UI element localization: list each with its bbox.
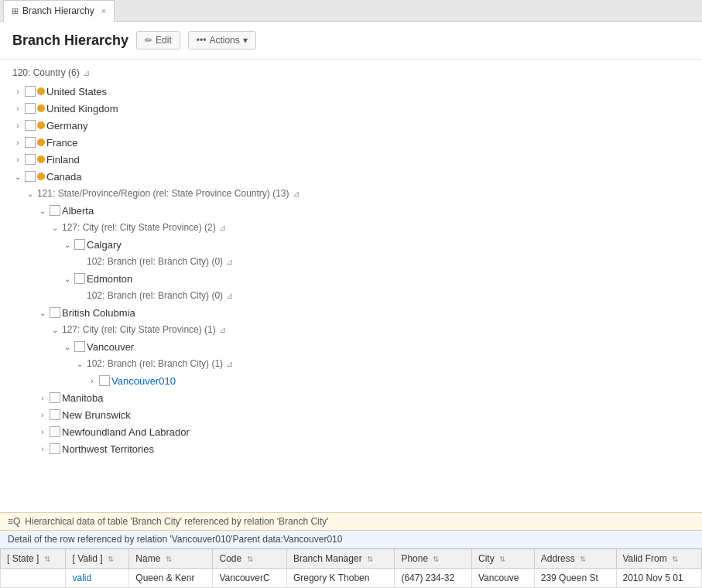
branch-calgary-header: 102: Branch (rel: Branch City) (0) ⊿	[87, 256, 233, 267]
sort-code-icon: ⇅	[247, 555, 253, 563]
country-fr[interactable]: France	[46, 137, 77, 149]
province-nl[interactable]: Newfoundland And Labrador	[62, 426, 190, 438]
expander-nt[interactable]: ›	[37, 443, 48, 454]
expander-uk[interactable]: ›	[12, 103, 23, 114]
col-name[interactable]: Name ⇅	[129, 549, 213, 569]
branch-calgary-filter-icon[interactable]: ⊿	[226, 257, 233, 267]
checkbox-van010[interactable]	[99, 375, 110, 386]
data-table: [ State ] ⇅ [ Valid ] ⇅ Name ⇅ Code ⇅ Br…	[0, 549, 702, 588]
expander-bc[interactable]: ⌄	[37, 307, 48, 318]
city-bc-header-label: 127: City (rel: City State Province) (1)…	[62, 324, 226, 335]
branch-hierarchy-tab[interactable]: ⊞ Branch Hierarchy ×	[3, 0, 115, 22]
checkbox-de[interactable]	[25, 120, 36, 131]
checkbox-edmonton[interactable]	[74, 273, 85, 284]
checkbox-alberta[interactable]	[50, 205, 60, 216]
province-bc[interactable]: British Colubmia	[62, 307, 135, 319]
status-dot-ca	[37, 173, 45, 180]
expander-calgary[interactable]: ⌄	[62, 239, 73, 250]
col-address[interactable]: Address ⇅	[534, 549, 616, 569]
col-valid[interactable]: [ Valid ] ⇅	[66, 549, 129, 569]
cell-city: Vancouve	[471, 569, 534, 588]
expander-us[interactable]: ›	[12, 86, 23, 97]
cell-valid-from: 2010 Nov 5 01	[616, 569, 702, 588]
status-badge: valid	[72, 573, 91, 583]
checkbox-nb[interactable]	[50, 409, 60, 420]
expander-city-bc[interactable]: ⌄	[50, 324, 60, 335]
tab-close-button[interactable]: ×	[101, 6, 106, 15]
col-state[interactable]: [ State ] ⇅	[1, 549, 66, 569]
checkbox-nt[interactable]	[50, 443, 60, 454]
expander-state[interactable]: ⌄	[25, 188, 36, 199]
checkbox-nl[interactable]	[50, 426, 60, 437]
list-item: › Vancouver010	[12, 372, 690, 389]
city-alberta-filter-icon[interactable]: ⊿	[219, 223, 226, 233]
status-dot-uk	[37, 104, 45, 112]
province-manitoba[interactable]: Manitoba	[62, 392, 103, 404]
cell-phone: (647) 234-32	[395, 569, 472, 588]
checkbox-uk[interactable]	[25, 103, 36, 114]
main-area: Branch Hierarchy ✏ Edit ••• Actions ▾ 12…	[0, 22, 702, 588]
expander-nl[interactable]: ›	[37, 426, 48, 437]
checkbox-vancouver[interactable]	[74, 341, 85, 352]
col-manager[interactable]: Branch Manager ⇅	[286, 549, 394, 569]
expander-branch-vancouver[interactable]: ⌄	[74, 358, 85, 369]
expander-vancouver[interactable]: ⌄	[62, 341, 73, 352]
branch-van010[interactable]: Vancouver010	[111, 375, 176, 387]
country-fi[interactable]: Finland	[46, 154, 80, 166]
state-filter-icon[interactable]: ⊿	[293, 189, 300, 199]
city-vancouver[interactable]: Vancouver	[87, 341, 134, 353]
expander-nb[interactable]: ›	[37, 409, 48, 420]
country-uk[interactable]: United Kingdom	[46, 103, 118, 115]
expander-edmonton[interactable]: ⌄	[62, 273, 73, 284]
list-item: › Northwest Territories	[12, 440, 690, 457]
col-phone[interactable]: Phone ⇅	[395, 549, 472, 569]
expander-city-alberta[interactable]: ⌄	[50, 222, 60, 233]
checkbox-calgary[interactable]	[74, 239, 85, 250]
city-bc-filter-icon[interactable]: ⊿	[219, 325, 226, 335]
province-nb[interactable]: New Brunswick	[62, 409, 131, 421]
tree-area: 120: Country (6) ⊿ › United States › Uni…	[0, 60, 702, 512]
city-edmonton[interactable]: Edmonton	[87, 273, 132, 285]
list-item: ⌄ Alberta	[12, 202, 690, 219]
province-nt[interactable]: Northwest Territories	[62, 443, 154, 455]
expander-alberta[interactable]: ⌄	[37, 205, 48, 216]
status-bar: ≡Q Hierarchical data of table 'Branch Ci…	[0, 512, 702, 531]
actions-button[interactable]: ••• Actions ▾	[188, 31, 256, 50]
expander-fr[interactable]: ›	[12, 137, 23, 148]
branch-calgary-row: 102: Branch (rel: Branch City) (0) ⊿	[12, 253, 690, 270]
actions-label: Actions	[209, 35, 239, 46]
checkbox-fi[interactable]	[25, 154, 36, 165]
expander-manitoba[interactable]: ›	[37, 392, 48, 403]
checkbox-bc[interactable]	[50, 307, 60, 318]
root-header-label: 120: Country (6)	[12, 67, 80, 78]
status-dot-fi	[37, 156, 45, 163]
col-code[interactable]: Code ⇅	[213, 549, 286, 569]
checkbox-fr[interactable]	[25, 137, 36, 148]
sort-phone-icon: ⇅	[433, 555, 439, 563]
country-us[interactable]: United States	[46, 86, 107, 97]
sort-manager-icon: ⇅	[367, 555, 373, 563]
checkbox-us[interactable]	[25, 86, 36, 97]
expander-ca[interactable]: ⌄	[12, 171, 23, 182]
edit-icon: ✏	[145, 35, 152, 46]
checkbox-manitoba[interactable]	[50, 392, 60, 403]
col-valid-from[interactable]: Valid From ⇅	[616, 549, 702, 569]
province-alberta[interactable]: Alberta	[62, 205, 94, 217]
country-de[interactable]: Germany	[46, 120, 87, 132]
sort-valid-from-icon: ⇅	[672, 555, 678, 563]
branch-edmonton-filter-icon[interactable]: ⊿	[226, 291, 233, 301]
expander-fi[interactable]: ›	[12, 154, 23, 165]
cell-code: VancouverC	[213, 569, 286, 588]
list-item: › Manitoba	[12, 389, 690, 406]
checkbox-ca[interactable]	[25, 171, 36, 182]
country-ca[interactable]: Canada	[46, 171, 82, 183]
expander-de[interactable]: ›	[12, 120, 23, 131]
branch-edmonton-header: 102: Branch (rel: Branch City) (0) ⊿	[87, 290, 233, 301]
root-filter-icon[interactable]: ⊿	[83, 68, 90, 78]
edit-button[interactable]: ✏ Edit	[136, 31, 180, 50]
col-city[interactable]: City ⇅	[471, 549, 534, 569]
cell-state	[1, 569, 66, 588]
city-calgary[interactable]: Calgary	[87, 239, 122, 251]
branch-vancouver-filter-icon[interactable]: ⊿	[226, 359, 233, 369]
expander-van010[interactable]: ›	[87, 375, 98, 386]
